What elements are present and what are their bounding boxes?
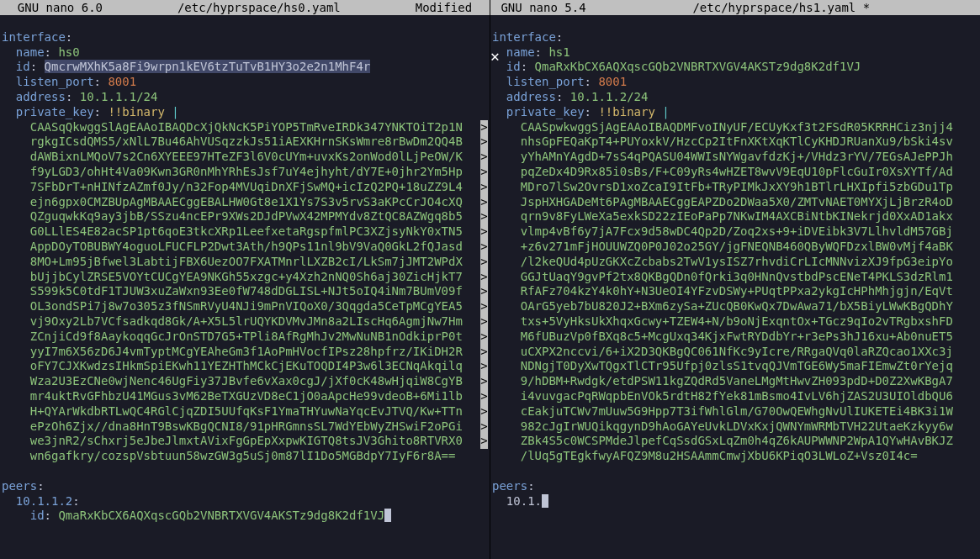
key-line: H+QYArWkdbRTLwQC4RGlCjqZDI5UUfqKsF1YmaTH…	[30, 404, 463, 418]
pipe: |	[172, 105, 178, 119]
key-line: CAASpwkwggSjAgEAAoIBAQDMFvoINyUF/ECUyKxf…	[521, 120, 953, 134]
continuation-marker: >	[480, 359, 488, 374]
right-editor-content[interactable]: interface: name: hs1 id: QmaRxKbCX6AQXqs…	[490, 15, 980, 524]
private-key-block: CAASqQkwggSlAgEAAoIBAQDcXjQkNcK5PiYOP5Tm…	[2, 120, 488, 464]
key-line: S599k5C0tdF1TJUW3xuZaWxn93Ee0fW748dDGLIS…	[30, 284, 463, 298]
key-line: G0LLlES4E82acSP1pt6qoE3tkcXRp1LeefxetaRg…	[30, 224, 463, 238]
yaml-key: peers	[2, 479, 37, 493]
binary-tag: !!binary	[108, 105, 164, 119]
yaml-key: listen_port	[506, 75, 585, 88]
key-line: ePzOh6Zjx//dna8HnT9BswKBgQCNI8/91pHRGmns…	[30, 419, 463, 433]
key-line: pqZeDx4D9Rx85i0sBs/F+C09yRs4wHZET8wvV9Eq…	[521, 165, 953, 178]
key-line: i4vuvgacPqRWqpbEnVOk5rdtH82fYek81mBsmo4I…	[521, 389, 953, 403]
key-line: OArG5yeb7bU820J2+BXm6zySa+ZUcQB0KwQx7DwA…	[521, 299, 953, 313]
right-titlebar: GNU nano 5.4 /etc/hyprspace/hs1.yaml *	[490, 0, 980, 15]
cursor	[542, 494, 548, 508]
yaml-key: address	[506, 90, 556, 103]
key-line: 9/hDBM+Rwdgk/etdPSW11kgZQdRd5VaneLMgMtHw…	[521, 374, 953, 388]
key-line: ZBk4S5c0WCSPMdeJlpefCqSsdGSxLqZm0h4qZ6kA…	[521, 434, 953, 447]
key-line: Wza2U3EzCNe0wjNenc46UgFiy37JBvfe6vXax0cg…	[30, 374, 463, 388]
continuation-marker: >	[480, 419, 488, 435]
left-app-name: GNU nano 6.0	[0, 0, 106, 15]
close-icon[interactable]: ✕	[490, 49, 500, 64]
key-line: dAWBixnLMQoV7s2Cn6XYEEE97HTeZF3l6V0cUYm+…	[30, 150, 463, 163]
key-line: f9yLGD3/ohHt4Va09Kwn3GR0nMhYRhEsJsf7uY4e…	[30, 165, 463, 178]
yaml-key: peers	[492, 479, 527, 493]
key-line: nhsGpFEQaKpT4+PUYoxkV/HzcCp2ItFnXKtXqKTl…	[521, 134, 953, 148]
continuation-marker: >	[480, 330, 488, 345]
key-line: JspHXHGADeMt6PAgMBAAECggEAPZDo2DWaa5X0/Z…	[521, 195, 953, 208]
key-line: txs+5VyHksUkXhqxGcwy+TZEW4+N/b9oNjExqntO…	[521, 314, 953, 328]
binary-tag: !!binary	[598, 105, 654, 119]
continuation-marker: >	[480, 150, 488, 165]
key-line: vlmp4vBf6y7jA7Fcx9d58wDC4Qp2D/Zoq2xs+9+i…	[521, 224, 953, 238]
continuation-marker: >	[480, 270, 488, 285]
key-line: QZguqwkKq9ay3jbB/SSzu4ncEPr9XWs2DJdPVwX4…	[30, 209, 463, 223]
peer-ip-partial: 10.1.	[506, 494, 542, 508]
yaml-key: name	[16, 45, 45, 59]
key-line: MDro7lSw2OvrsD1xoZcaI9ItFb+TRyPIMkJxXY9h…	[521, 180, 953, 193]
key-line: 7SFbDrT+nHINfzAZmf0Jy/n32Fop4MVUqiDnXFjS…	[30, 180, 463, 193]
continuation-marker: >	[480, 255, 488, 270]
continuation-marker: >	[480, 180, 488, 195]
key-line: /lUq5gTEgkfwyAFQZ9M8u2HSAAmmCmwjXbU6KPiq…	[521, 449, 918, 462]
key-line: RfAFz704kzY4k0hY+N3UeOI4YFzvDSWy+PUqtPPx…	[521, 284, 953, 298]
continuation-marker: >	[480, 195, 488, 210]
continuation-marker: >	[480, 374, 488, 389]
left-editor-content[interactable]: interface: name: hs0 id: QmcrwMXhK5a8Fi9…	[0, 15, 490, 539]
right-editor-pane: GNU nano 5.4 /etc/hyprspace/hs1.yaml * i…	[490, 0, 980, 559]
yaml-key: private_key	[16, 105, 94, 119]
private-key-block: CAASpwkwggSjAgEAAoIBAQDMFvoINyUF/ECUyKxf…	[492, 120, 978, 464]
yaml-value: hs1	[548, 45, 569, 59]
yaml-key: id	[16, 60, 30, 73]
key-line: /l2keQUd4pUzGKXcZcbabs2TwV1ysISZ7rhvdiCr…	[521, 255, 953, 268]
yaml-value: 8001	[598, 75, 627, 88]
key-line: we3jnR2/sChxrj5eJbeJlmxtAVixFgGpEpXxpwKI…	[30, 434, 463, 447]
key-line: GGJtUaqY9gvPf2tx8QKBgQDn0fQrki3q0HNnQvst…	[521, 270, 953, 283]
key-line: rgkgICsdQMS5/xNlL7Bu46AhVUSqzzkJs51iAEXK…	[30, 134, 463, 148]
yaml-value: 10.1.1.2/24	[570, 90, 649, 103]
right-file-path: /etc/hyprspace/hs1.yaml *	[590, 0, 973, 15]
yaml-value: 10.1.1.1/24	[80, 90, 158, 103]
left-editor-pane: GNU nano 6.0 /etc/hyprspace/hs0.yaml Mod…	[0, 0, 490, 559]
continuation-marker: >	[480, 284, 488, 299]
yaml-value: 8001	[108, 75, 136, 88]
yaml-key: id	[30, 509, 45, 522]
right-modified-status	[973, 0, 980, 15]
continuation-marker: >	[480, 120, 488, 135]
yaml-key: id	[506, 60, 521, 73]
continuation-marker: >	[480, 134, 488, 150]
key-line: qrn9v8FyLWeXa5exkSD22zIEoPaPp7NKwIM4AXCB…	[521, 209, 953, 223]
continuation-marker: >	[480, 299, 488, 314]
key-line: AppDOyTOBUBWY4oguoLFUCFLP2Dwt3Ath/h9QPs1…	[30, 240, 463, 253]
key-line: OL3ondSPi7j8w7o305z3fNSmRVyU4NJi9mPnVIQo…	[30, 299, 463, 313]
continuation-marker: >	[480, 404, 488, 419]
peer-id-value: QmaRxKbCX6AQXqscGQb2VNBRTXVGV4AKSTz9dg8K…	[58, 509, 384, 522]
key-line: 982cJgIrWUQikqgynD9hAoGAYeUvkLDVxKxjQWNY…	[521, 419, 953, 433]
key-line: yYhAMnYAgdD+7sS4qPQASU04WWIsNYWgavfdzKj+…	[521, 150, 953, 163]
key-line: vj9Oxy2Lb7VCfsadkqd8Gk/A+X5L5lrUQYKDVMvJ…	[30, 314, 463, 328]
continuation-marker: >	[480, 389, 488, 404]
key-line: cEakjuTCWv7mUuw5G9Hpp7T3ifWhlGlm/G70OwQE…	[521, 404, 953, 418]
pipe: |	[662, 105, 669, 119]
yaml-key: address	[16, 90, 66, 103]
yaml-key: name	[506, 45, 535, 59]
key-line: CAASqQkwggSlAgEAAoIBAQDcXjQkNcK5PiYOP5Tm…	[30, 120, 463, 134]
key-line: mr4uktRvGFhbzU41MGus3vM62BeTXGUzVD8eC1jO…	[30, 389, 463, 403]
highlighted-id-value: QmcrwMXhK5a8Fi9wrpn1kEV6tzTuTvB1HY3o2e2n…	[45, 60, 371, 73]
continuation-marker: >	[480, 165, 488, 180]
yaml-key: interface	[492, 30, 556, 44]
left-modified-status: Modified	[412, 0, 490, 15]
continuation-marker: >	[480, 345, 488, 360]
key-line: yyI7m6X56zD6J4vmTyptMCgYEAheGm3f1AoPmHVo…	[30, 345, 463, 358]
key-line: wn6gafkry/cozspVsbtuun58wzGW3g5uSj0m87lI…	[30, 449, 456, 462]
yaml-value: hs0	[58, 45, 79, 59]
cursor	[384, 509, 391, 522]
continuation-marker: >	[480, 434, 488, 449]
yaml-key: interface	[2, 30, 66, 44]
key-line: 8MO+Lm95jBfwel3LabtijFBX6UezOO7FXATMnrlL…	[30, 255, 463, 268]
key-line: ejn6gpx0CMZBUpAgMBAAECggEBALHW0Gt8e1X1Ys…	[30, 195, 463, 208]
peer-ip-key: 10.1.1.2	[16, 494, 72, 508]
left-file-path: /etc/hyprspace/hs0.yaml	[106, 0, 412, 15]
yaml-value: QmaRxKbCX6AQXqscGQb2VNBRTXVGV4AKSTz9dg8K…	[535, 60, 861, 73]
